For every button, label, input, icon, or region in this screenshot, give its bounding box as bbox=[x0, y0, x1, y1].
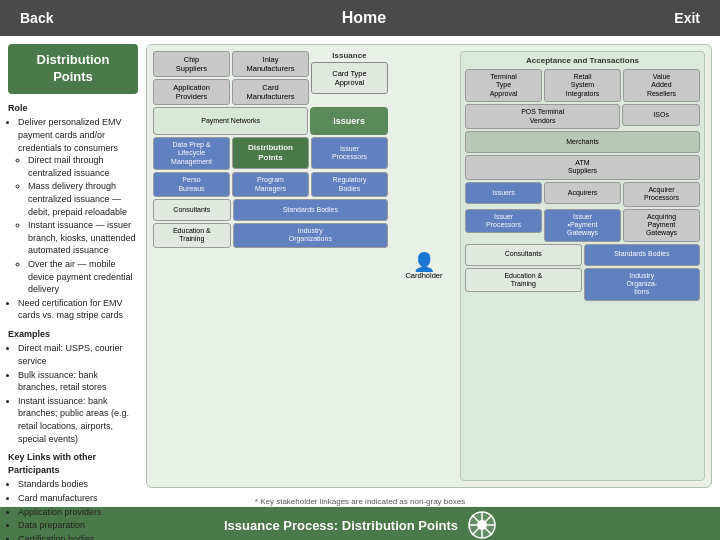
role-list: Deliver personalized EMV payment cards a… bbox=[8, 116, 138, 322]
key-link-item: Card manufacturers bbox=[18, 492, 138, 505]
atm-suppliers-box: ATMSuppliers bbox=[465, 155, 700, 180]
isos-box: ISOs bbox=[622, 104, 700, 129]
key-link-item: Certification bodies bbox=[18, 533, 138, 540]
key-links-list: Standards bodies Card manufacturers Appl… bbox=[8, 478, 138, 540]
cardholder-area: 👤 Cardholder bbox=[405, 253, 442, 280]
person-icon: 👤 bbox=[413, 253, 435, 271]
example-item: Instant issuance: bank branches; public … bbox=[18, 395, 138, 445]
role-sub-item: Direct mail through centralized issuance bbox=[28, 154, 138, 179]
issuers-large-box: Issuers bbox=[310, 107, 388, 135]
distribution-points-title: Distribution Points bbox=[8, 44, 138, 94]
role-sub-item: Instant issuance — issuer branch, kiosks… bbox=[28, 219, 138, 257]
acquiring-gw-box: AcquiringPaymentGateways bbox=[623, 209, 700, 242]
industry-left-box: IndustryOrganizations bbox=[233, 223, 388, 248]
example-item: Direct mail: USPS, courier service bbox=[18, 342, 138, 367]
retail-integrators-box: RetailSystemIntegrators bbox=[544, 69, 621, 102]
role-sub-item: Mass delivery through centralized issuan… bbox=[28, 180, 138, 218]
key-link-item: Data preparation bbox=[18, 519, 138, 532]
role-sub-item: Over the air — mobile device payment cre… bbox=[28, 258, 138, 296]
pos-terminal-box: POS TerminalVendors bbox=[465, 104, 620, 129]
left-panel: Distribution Points Role Deliver persona… bbox=[8, 44, 138, 488]
education-right-box: Education &Training bbox=[465, 268, 581, 301]
acceptance-title: Acceptance and Transactions bbox=[465, 56, 700, 65]
left-text-content: Role Deliver personalized EMV payment ca… bbox=[8, 102, 138, 540]
payment-networks-box: Payment Networks bbox=[153, 107, 308, 135]
issuer-processors-box: IssuerProcessors bbox=[311, 137, 388, 170]
acquirers-box: Acquirers bbox=[544, 182, 621, 207]
role-item: Need certification for EMV cards vs. mag… bbox=[18, 297, 138, 322]
card-type-approval-box: Card TypeApproval bbox=[311, 62, 388, 94]
perso-bureaus-box: PersoBureaus bbox=[153, 172, 230, 197]
consultants-right-box: Consultants bbox=[465, 244, 581, 266]
data-prep-box: Data Prep &LifecycleManagement bbox=[153, 137, 230, 170]
key-link-item: Application providers bbox=[18, 506, 138, 519]
home-title: Home bbox=[342, 9, 386, 27]
education-left-box: Education &Training bbox=[153, 223, 231, 248]
issuers-right-box: Issuers bbox=[465, 182, 542, 207]
industry-right-box: IndustryOrganiza-tions bbox=[584, 268, 700, 301]
merchants-box: Merchants bbox=[465, 131, 700, 153]
regulatory-bodies-box: RegulatoryBodies bbox=[311, 172, 388, 197]
role-item: Deliver personalized EMV payment cards a… bbox=[18, 116, 138, 295]
role-title: Role bbox=[8, 102, 138, 115]
example-item: Bulk issuance: bank branches, retail sto… bbox=[18, 369, 138, 394]
card-manufacturers-box: CardManufacturers bbox=[232, 79, 309, 105]
main-diagram: ChipSuppliers ApplicationProviders Inlay… bbox=[146, 44, 712, 488]
cardholder-label: Cardholder bbox=[405, 271, 442, 280]
chip-suppliers-box: ChipSuppliers bbox=[153, 51, 230, 77]
examples-list: Direct mail: USPS, courier service Bulk … bbox=[8, 342, 138, 445]
back-button[interactable]: Back bbox=[20, 10, 53, 26]
issuer-proc-right-box: IssuerProcessors bbox=[465, 209, 542, 242]
dist-points-highlight-box: DistributionPoints bbox=[232, 137, 309, 170]
inlay-manufacturers-box: InlayManufacturers bbox=[232, 51, 309, 77]
acquirer-processors-box: AcquirerProcessors bbox=[623, 182, 700, 207]
content-area: Distribution Points Role Deliver persona… bbox=[0, 36, 720, 496]
footer-title: Issuance Process: Distribution Points bbox=[224, 518, 458, 533]
key-link-item: Standards bodies bbox=[18, 478, 138, 491]
examples-title: Examples bbox=[8, 328, 138, 341]
footer-logo-icon bbox=[468, 511, 496, 539]
standards-right-box: Standards Bodies bbox=[584, 244, 700, 266]
issuance-label: Issuance bbox=[311, 51, 388, 60]
program-managers-box: ProgramManagers bbox=[232, 172, 309, 197]
standards-bodies-left-box: Standards Bodies bbox=[233, 199, 388, 221]
terminal-type-box: TerminalTypeApproval bbox=[465, 69, 542, 102]
issuer-payment-gw-box: Issuer•PaymentGateways bbox=[544, 209, 621, 242]
key-links-title: Key Links with other Participants bbox=[8, 451, 138, 476]
exit-button[interactable]: Exit bbox=[674, 10, 700, 26]
header: Back Home Exit bbox=[0, 0, 720, 36]
consultants-left-box: Consultants bbox=[153, 199, 231, 221]
application-providers-box: ApplicationProviders bbox=[153, 79, 230, 105]
value-resellers-box: ValueAddedResellers bbox=[623, 69, 700, 102]
